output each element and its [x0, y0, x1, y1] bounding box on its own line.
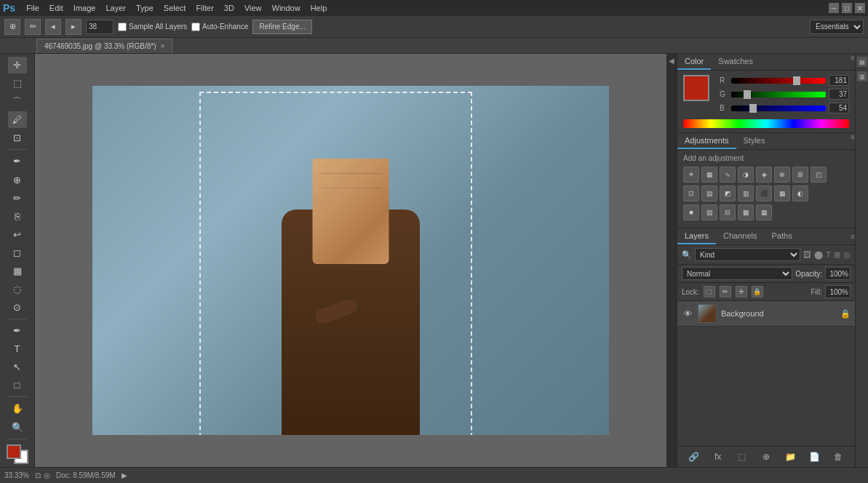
brush-paint-tool[interactable]: ✏: [8, 190, 27, 207]
exposure-icon[interactable]: ◑: [738, 167, 754, 183]
add-adjustment-button[interactable]: ⊕: [759, 450, 773, 464]
filter-icon-5[interactable]: ◎: [843, 250, 851, 260]
gradient-fill-icon[interactable]: ▨: [701, 204, 717, 220]
color-balance-icon[interactable]: ⊞: [792, 167, 808, 183]
canvas-area[interactable]: [35, 54, 666, 467]
extra-adj-icon[interactable]: ▦: [756, 204, 772, 220]
blur-tool[interactable]: ◌: [8, 281, 27, 298]
b-value-input[interactable]: [829, 103, 849, 113]
tab-color[interactable]: Color: [677, 54, 711, 70]
shape-tool[interactable]: □: [8, 377, 27, 394]
eraser-tool[interactable]: ◻: [8, 244, 27, 261]
tab-close-button[interactable]: ×: [161, 42, 165, 50]
lock-all-icon[interactable]: 🔒: [752, 286, 763, 298]
close-button[interactable]: ✕: [855, 3, 865, 13]
tab-layers[interactable]: Layers: [677, 228, 716, 244]
gradient-tool[interactable]: ▦: [8, 263, 27, 279]
text-tool[interactable]: T: [8, 340, 27, 357]
color-swatches[interactable]: [7, 444, 28, 464]
solid-color-fill-icon[interactable]: ■: [683, 204, 699, 220]
menu-3d[interactable]: 3D: [219, 2, 239, 14]
hue-saturation-icon[interactable]: ⊕: [774, 167, 790, 183]
maximize-button[interactable]: □: [842, 3, 852, 13]
sample-all-layers-checkbox[interactable]: [118, 23, 127, 31]
brush-size-input[interactable]: [86, 20, 114, 34]
menu-image[interactable]: Image: [68, 2, 101, 14]
color-spectrum-bar[interactable]: [683, 119, 849, 128]
zoom-tool[interactable]: 🔍: [8, 418, 27, 435]
pen-tool[interactable]: ✒: [8, 322, 27, 339]
filter-icon-1[interactable]: 🖼: [803, 250, 811, 259]
status-icon-1[interactable]: ⊡: [35, 471, 41, 479]
selective-color-icon[interactable]: ◩: [720, 185, 736, 201]
menu-view[interactable]: View: [239, 2, 267, 14]
filter-icon-3[interactable]: T: [826, 250, 831, 259]
foreground-color-swatch[interactable]: [7, 444, 21, 459]
pattern-fill-icon[interactable]: ⊟: [720, 204, 736, 220]
brush-size-down[interactable]: ◂: [45, 19, 61, 35]
new-layer-button[interactable]: 📄: [807, 450, 821, 464]
curves-icon[interactable]: ∿: [720, 167, 736, 183]
tab-adjustments[interactable]: Adjustments: [677, 133, 736, 149]
panel-icon-2[interactable]: ▥: [857, 71, 867, 81]
menu-help[interactable]: Help: [306, 2, 333, 14]
r-value-input[interactable]: [829, 75, 849, 86]
layer-background[interactable]: 👁 Background 🔒: [677, 301, 855, 327]
levels-icon[interactable]: ▦: [701, 167, 717, 183]
filter-icon-4[interactable]: ⊞: [834, 250, 840, 260]
brush-tool[interactable]: ✏: [25, 19, 41, 35]
healing-brush-tool[interactable]: ⊕: [8, 171, 27, 188]
vibrance-icon[interactable]: ◈: [756, 167, 772, 183]
tab-styles[interactable]: Styles: [736, 133, 773, 149]
new-group-button[interactable]: 📁: [783, 450, 797, 464]
menu-type[interactable]: Type: [131, 2, 159, 14]
active-color-swatch[interactable]: [683, 75, 709, 101]
add-mask-button[interactable]: ⬚: [735, 450, 749, 464]
link-layers-button[interactable]: 🔗: [687, 450, 701, 464]
color-lookup-icon[interactable]: ▩: [738, 204, 754, 220]
layer-visibility-icon[interactable]: 👁: [682, 308, 693, 319]
brightness-contrast-icon[interactable]: ☀: [683, 167, 699, 183]
hand-tool[interactable]: ✋: [8, 400, 27, 417]
filter-icon-2[interactable]: ⬤: [814, 250, 823, 260]
tab-channels[interactable]: Channels: [716, 228, 764, 244]
menu-layer[interactable]: Layer: [100, 2, 131, 14]
menu-window[interactable]: Window: [267, 2, 306, 14]
minimize-button[interactable]: ─: [829, 3, 839, 13]
history-brush-tool[interactable]: ↩: [8, 226, 27, 243]
quick-select-tool[interactable]: 🖊: [8, 111, 27, 128]
g-value-input[interactable]: [829, 89, 849, 100]
lasso-tool[interactable]: ⌒: [8, 93, 27, 110]
blend-mode-select[interactable]: Normal: [682, 267, 792, 280]
clone-stamp-tool[interactable]: ⎘: [8, 208, 27, 225]
posterize-icon[interactable]: ▦: [774, 185, 790, 201]
threshold-icon[interactable]: ▥: [738, 185, 754, 201]
delete-layer-button[interactable]: 🗑: [831, 450, 845, 464]
fill-input[interactable]: [825, 285, 851, 298]
g-slider[interactable]: [731, 92, 826, 97]
menu-select[interactable]: Select: [159, 2, 191, 14]
crop-tool[interactable]: ⊡: [8, 129, 27, 146]
gradient-map-icon[interactable]: ▤: [701, 185, 717, 201]
r-slider[interactable]: [731, 78, 826, 84]
eyedropper-tool[interactable]: ✒: [8, 153, 27, 169]
lock-position-icon[interactable]: ✏: [720, 286, 731, 298]
menu-filter[interactable]: Filter: [191, 2, 218, 14]
menu-edit[interactable]: Edit: [44, 2, 68, 14]
document-tab[interactable]: 467469035.jpg @ 33.3% (RGB/8*) ×: [36, 39, 172, 53]
marquee-tool[interactable]: ⬚: [8, 75, 27, 92]
photo-filter-icon[interactable]: ◰: [811, 167, 827, 183]
brush-size-up[interactable]: ▸: [65, 19, 81, 35]
auto-enhance-checkbox[interactable]: [191, 23, 200, 31]
black-white-icon[interactable]: ◐: [792, 185, 808, 201]
path-select-tool[interactable]: ↖: [8, 359, 27, 375]
refine-edge-button[interactable]: Refine Edge...: [252, 20, 311, 34]
b-slider[interactable]: [731, 105, 826, 111]
layers-filter-select[interactable]: Kind: [695, 248, 800, 261]
tab-swatches[interactable]: Swatches: [711, 54, 760, 70]
menu-file[interactable]: File: [21, 2, 44, 14]
dodge-tool[interactable]: ⊙: [8, 299, 27, 316]
layer-fx-button[interactable]: fx: [711, 450, 725, 464]
panel-collapse-bar[interactable]: ◀: [666, 54, 677, 467]
lock-move-icon[interactable]: ✛: [736, 286, 747, 298]
